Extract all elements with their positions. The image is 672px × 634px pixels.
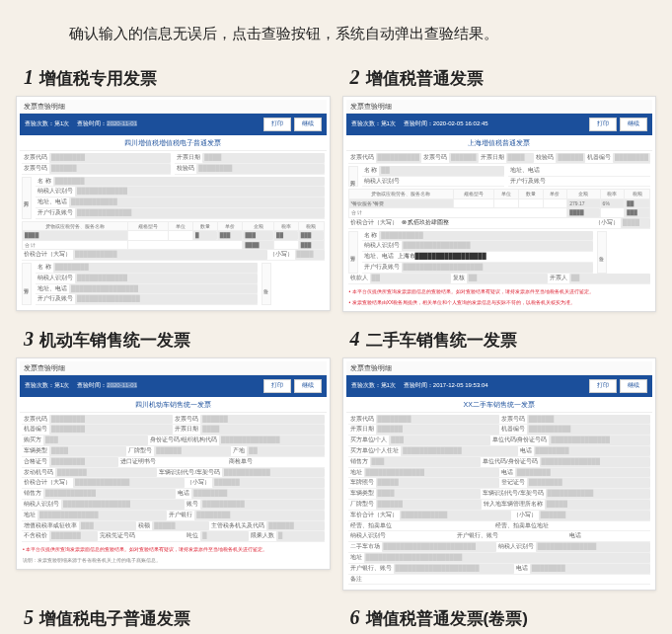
l: 纳税人识别号	[348, 531, 388, 541]
l: 收款人	[348, 274, 370, 283]
l: 价税合计（大写）	[348, 218, 400, 228]
th: 规格型号	[128, 221, 169, 231]
seller-bar: 销售方	[22, 263, 32, 305]
l: 地址	[348, 468, 364, 478]
l: 发票号码	[421, 153, 449, 163]
th: 税率	[273, 221, 298, 231]
card-title: 发票查验明细	[20, 100, 327, 114]
l: 单位代码/身份证号码	[490, 436, 550, 445]
lbl: 查验时间：	[77, 382, 107, 388]
l: 地址、电话	[36, 284, 69, 294]
blue-header: 查验次数：第1次 查验时间：2020-11-01 打印 继续	[20, 375, 327, 397]
l: 纳税人识别号	[362, 241, 402, 251]
l: 开票日期	[173, 425, 200, 435]
val: 2020-02-05 16:02:45	[433, 120, 488, 126]
val: 第1次	[54, 120, 69, 126]
example-5: 5增值税电子普通发票 发票查验明细 查验次数：第1次 查验时间：2020-11-…	[10, 596, 336, 634]
continue-button[interactable]: 继续	[294, 118, 322, 131]
example-4: 4二手车销售统一发票 发票查验明细 查验次数：第1次 查验时间：2017-12-…	[336, 318, 663, 597]
blue-header: 查验次数：第1次 查验时间：2017-12-05 19:53:04 打印 继续	[346, 375, 653, 397]
caption-6: 6增值税普通发票(卷票)	[342, 602, 657, 634]
v: ████████	[53, 263, 258, 273]
form-title: 四川机动车销售统一发票	[20, 397, 327, 413]
l: 完税凭证号码	[98, 531, 137, 541]
l: 车价合计（大写）	[348, 511, 400, 520]
print-button[interactable]: 打印	[263, 118, 291, 131]
caption-title: 增值税普通发票	[366, 69, 484, 88]
l: 发票号码	[173, 415, 200, 425]
th: 数量	[192, 221, 217, 231]
l: 身份证号码/组织机构代码	[148, 436, 219, 445]
print-button[interactable]: 打印	[589, 118, 617, 131]
continue-button[interactable]: 继续	[620, 379, 647, 393]
l: 发票代码	[22, 153, 49, 163]
l: 发动机号码	[22, 468, 55, 478]
caption-num: 6	[350, 606, 360, 628]
form-title: 四川增值税增值税电子普通发票	[20, 135, 327, 151]
l: 纳税人识别号	[362, 177, 402, 187]
l: 纳税人识别号	[496, 542, 536, 552]
l: 电话	[567, 531, 583, 541]
caption-title: 增值税电子普通发票	[39, 609, 190, 628]
l: 限乘人数	[249, 531, 276, 541]
caption-3: 3机动车销售统一发票	[16, 324, 331, 357]
v: ████	[295, 250, 325, 260]
print-button[interactable]: 打印	[589, 379, 617, 393]
caption-4: 4二手车销售统一发票	[342, 324, 657, 357]
th: 金额	[243, 221, 274, 231]
th: 规格型号	[454, 190, 494, 199]
l: 开票日期	[175, 153, 202, 163]
l: 发票代码	[348, 153, 376, 163]
l: 开票日期	[348, 425, 376, 435]
continue-button[interactable]: 继续	[294, 379, 322, 393]
th: 单位	[494, 190, 519, 199]
result-card-2: 发票查验明细 查验次数：第1次 查验时间：2020-02-05 16:02:45…	[342, 96, 657, 312]
l: 价税合计（大写）	[22, 250, 73, 260]
l: 纳税人识别号	[36, 274, 75, 283]
val: 第1次	[381, 120, 396, 126]
l: 买方单位/个人	[348, 436, 390, 445]
example-2: 2增值税普通发票 发票查验明细 查验次数：第1次 查验时间：2020-02-05…	[336, 56, 663, 318]
l: 税额	[136, 521, 152, 531]
lbl: 查验次数：	[351, 120, 381, 126]
th: 金额	[567, 190, 600, 199]
val: 2020-11-01	[107, 120, 137, 126]
v: ███████	[53, 177, 325, 187]
note-red: • 本平台仅提供所查询发票票面信息的查验结果。如对查验结果有疑议，请持发票原件至…	[346, 286, 653, 297]
caption-num: 1	[24, 66, 34, 88]
print-button[interactable]: 打印	[263, 379, 291, 393]
l: 车辆类型	[22, 446, 49, 456]
result-card-4: 发票查验明细 查验次数：第1次 查验时间：2017-12-05 19:53:04…	[342, 357, 657, 592]
v: ██████	[49, 164, 171, 174]
l: 车牌照号	[348, 478, 376, 488]
remark-bar: 备注	[261, 263, 271, 305]
caption-title: 增值税专用发票	[39, 69, 157, 88]
caption-title: 增值税普通发票(卷票)	[366, 609, 528, 628]
l: 纳税人识别号	[22, 500, 61, 510]
l: 合 计	[348, 208, 567, 218]
th: 数量	[518, 190, 543, 199]
card-title: 发票查验明细	[20, 361, 327, 375]
caption-2: 2增值税普通发票	[342, 62, 657, 96]
note-grey: 说明：发票查验明细来源于各省税务机关上传的电子底账信息。	[20, 555, 327, 566]
blue-header: 查验次数：第1次 查验时间：2020-11-01 打印 继续	[20, 114, 327, 135]
l: 地址、电话	[508, 166, 542, 176]
l: 买方单位/个人住址	[348, 446, 402, 456]
l: 厂牌型号	[348, 500, 376, 510]
l: 电话	[514, 564, 530, 574]
l: 开户行及账号	[36, 294, 75, 304]
caption-num: 3	[24, 328, 34, 350]
th: 单价	[543, 190, 567, 199]
continue-button[interactable]: 继续	[620, 118, 647, 131]
val: 2017-12-05 19:53:04	[433, 382, 488, 388]
l: 电话	[499, 468, 515, 478]
l: 发票代码	[348, 415, 376, 425]
v: ███████████	[69, 198, 325, 207]
l: 开户行及账号	[36, 208, 75, 218]
l: 增值税税率或征收率	[22, 521, 79, 531]
result-card-3: 发票查验明细 查验次数：第1次 查验时间：2020-11-01 打印 继续 四川…	[16, 357, 331, 570]
l: 地址、电话	[362, 252, 396, 262]
items-table: 货物或应税劳务、服务名称 规格型号 单位 数量 单价 金额 税率 税额 *餐饮服…	[348, 189, 651, 218]
v: ████	[202, 153, 324, 163]
caption-num: 5	[24, 606, 34, 628]
